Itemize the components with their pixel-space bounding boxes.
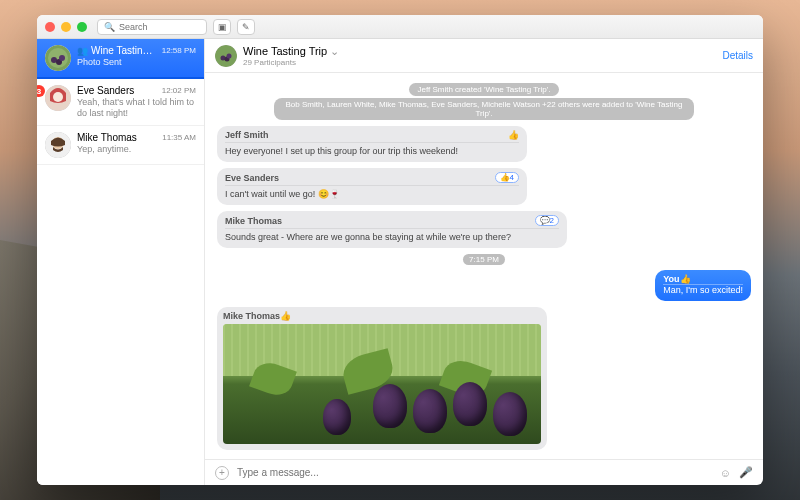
chat-title: Wine Tasting Trip [243, 45, 327, 57]
conversation-name: Wine Tasting Trip [91, 45, 158, 56]
microphone-button[interactable]: 🎤 [739, 466, 753, 479]
avatar [215, 45, 237, 67]
sender-name: Jeff Smith [225, 130, 269, 140]
reaction-badge[interactable]: 👍4 [495, 172, 519, 183]
message-bubble-mine[interactable]: You👍 Man, I'm so excited! [217, 270, 751, 301]
app-window: 🔍 ▣ ✎ 👥Wine Tasting Trip 12:58 PM Photo … [37, 15, 763, 485]
sender-name: Mike Thomas [225, 216, 282, 226]
compose-icon: ✎ [242, 22, 250, 32]
close-icon[interactable] [45, 22, 55, 32]
message-text: I can't wait until we go! 😊🍷 [225, 189, 519, 199]
add-attachment-button[interactable]: + [215, 466, 229, 480]
sidebar-item-mike[interactable]: Mike Thomas 11:35 AM Yep, anytime. [37, 126, 204, 165]
chat-header: Wine Tasting Trip ⌄ 29 Participants Deta… [205, 39, 763, 73]
sender-name: You [663, 274, 679, 284]
system-message: Bob Smith, Lauren White, Mike Thomas, Ev… [274, 98, 694, 120]
like-icon[interactable]: 👍 [508, 130, 519, 140]
avatar [45, 85, 71, 111]
avatar [45, 45, 71, 71]
sender-name: Mike Thomas [223, 311, 280, 321]
image-icon: ▣ [218, 22, 227, 32]
message-text: Man, I'm so excited! [663, 285, 743, 295]
conversation-time: 12:58 PM [162, 46, 196, 55]
message-text: Sounds great - Where are we gonna be sta… [225, 232, 559, 242]
message-bubble-image[interactable]: Mike Thomas👍 [217, 307, 547, 450]
chevron-down-icon[interactable]: ⌄ [330, 45, 339, 57]
message-input[interactable] [237, 467, 712, 478]
like-icon[interactable]: 👍 [280, 311, 291, 321]
sender-name: Eve Sanders [225, 173, 279, 183]
zoom-icon[interactable] [77, 22, 87, 32]
message-text: Hey everyone! I set up this group for ou… [225, 146, 519, 156]
sidebar-item-wine-tasting[interactable]: 👥Wine Tasting Trip 12:58 PM Photo Sent [37, 39, 204, 79]
svg-point-13 [227, 53, 232, 58]
avatar [45, 132, 71, 158]
svg-point-10 [215, 45, 237, 67]
message-bubble[interactable]: Jeff Smith👍 Hey everyone! I set up this … [217, 126, 527, 162]
participant-count: 29 Participants [243, 58, 722, 67]
compose-button[interactable]: ✎ [237, 19, 255, 35]
search-field[interactable] [119, 22, 200, 32]
compose-bar: + ☺ 🎤 [205, 459, 763, 485]
conversation-name: Eve Sanders [77, 85, 134, 96]
conversation-preview: Yeah, that's what I told him to do last … [77, 97, 196, 119]
timestamp-divider: 7:15 PM [217, 254, 751, 264]
conversation-time: 12:02 PM [162, 86, 196, 95]
conversation-preview: Yep, anytime. [77, 144, 196, 155]
group-icon: 👥 [77, 46, 88, 56]
minimize-icon[interactable] [61, 22, 71, 32]
svg-point-4 [59, 55, 65, 61]
conversation-preview: Photo Sent [77, 57, 196, 68]
svg-point-7 [53, 92, 63, 102]
details-button[interactable]: Details [722, 50, 753, 61]
message-bubble[interactable]: Eve Sanders👍4 I can't wait until we go! … [217, 168, 527, 205]
unread-badge: 3 [37, 85, 45, 97]
media-button[interactable]: ▣ [213, 19, 231, 35]
emoji-button[interactable]: ☺ [720, 467, 731, 479]
plus-icon: + [219, 467, 225, 478]
titlebar: 🔍 ▣ ✎ [37, 15, 763, 39]
conversation-name: Mike Thomas [77, 132, 137, 143]
like-icon[interactable]: 👍 [680, 274, 691, 284]
reaction-badge[interactable]: 💬2 [535, 215, 559, 226]
search-icon: 🔍 [104, 22, 115, 32]
message-list: Jeff Smith created 'Wine Tasting Trip'. … [205, 73, 763, 459]
search-input[interactable]: 🔍 [97, 19, 207, 35]
message-bubble[interactable]: Mike Thomas💬2 Sounds great - Where are w… [217, 211, 567, 248]
sidebar-item-eve[interactable]: 3 Eve Sanders 12:02 PM Yeah, that's what… [37, 79, 204, 126]
system-message: Jeff Smith created 'Wine Tasting Trip'. [274, 83, 694, 96]
conversation-list: 👥Wine Tasting Trip 12:58 PM Photo Sent 3… [37, 39, 205, 485]
conversation-time: 11:35 AM [162, 133, 196, 142]
photo-attachment[interactable] [223, 324, 541, 444]
